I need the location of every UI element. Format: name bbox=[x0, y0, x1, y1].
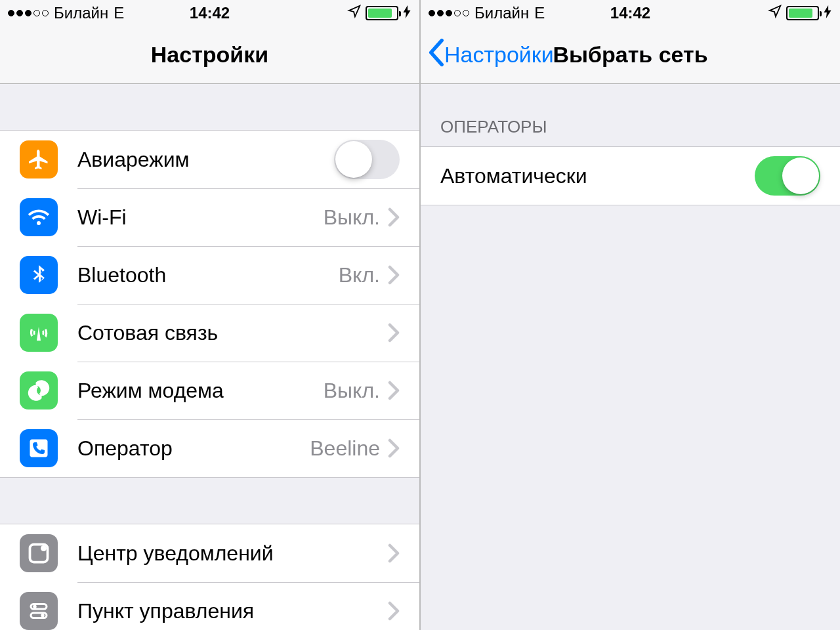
chevron-right-icon bbox=[388, 265, 400, 285]
row-label: Сотовая связь bbox=[77, 321, 388, 345]
carrier-label: Билайн bbox=[54, 4, 108, 22]
charging-icon bbox=[402, 5, 411, 22]
settings-row-hotspot[interactable]: Режим модемаВыкл. bbox=[0, 362, 419, 419]
nav-bar: Настройки Выбрать сеть bbox=[421, 26, 840, 84]
battery-icon bbox=[366, 6, 398, 20]
chevron-right-icon bbox=[388, 207, 400, 227]
row-label: Wi-Fi bbox=[77, 205, 324, 230]
nav-back-label: Настройки bbox=[444, 42, 554, 68]
settings-row-bluetooth[interactable]: BluetoothВкл. bbox=[0, 246, 419, 304]
chevron-right-icon bbox=[388, 438, 400, 458]
status-time: 14:42 bbox=[610, 4, 650, 22]
nav-title: Настройки bbox=[151, 42, 268, 68]
row-label: Оператор bbox=[77, 436, 310, 461]
svg-point-1 bbox=[41, 545, 47, 551]
row-label: Центр уведомлений bbox=[77, 541, 388, 566]
status-bar: Билайн E 14:42 bbox=[0, 0, 419, 26]
status-bar: Билайн E 14:42 bbox=[421, 0, 840, 26]
settings-row-автоматически[interactable]: Автоматически bbox=[421, 147, 840, 205]
row-value: Вкл. bbox=[339, 263, 380, 287]
location-icon bbox=[347, 4, 362, 22]
settings-group-connectivity: АвиарежимWi-FiВыкл.BluetoothВкл.Сотовая … bbox=[0, 130, 419, 478]
row-value: Выкл. bbox=[324, 205, 380, 230]
settings-row-wifi[interactable]: Wi-FiВыкл. bbox=[0, 188, 419, 246]
charging-icon bbox=[823, 5, 832, 22]
settings-screen: Билайн E 14:42 Настройки АвиарежимWi-FiВ… bbox=[0, 0, 421, 630]
settings-row-control[interactable]: Пункт управления bbox=[0, 582, 419, 630]
signal-strength-icon bbox=[8, 10, 49, 16]
status-time: 14:42 bbox=[190, 4, 230, 22]
carrier-label: Билайн bbox=[474, 4, 529, 22]
chevron-right-icon bbox=[388, 543, 400, 563]
chevron-right-icon bbox=[388, 381, 400, 400]
section-header-operators: ОПЕРАТОРЫ bbox=[421, 84, 840, 146]
svg-point-5 bbox=[41, 614, 44, 617]
nav-title: Выбрать сеть bbox=[553, 42, 707, 68]
cellular-icon bbox=[20, 314, 58, 352]
network-indicator: E bbox=[114, 4, 124, 22]
carrier-select-screen: Билайн E 14:42 Настройки Выбра bbox=[421, 0, 840, 630]
settings-row-airplane[interactable]: Авиарежим bbox=[0, 131, 419, 188]
carrier-icon bbox=[20, 429, 58, 467]
svg-point-3 bbox=[33, 605, 36, 608]
chevron-right-icon bbox=[388, 323, 400, 343]
toggle-switch[interactable] bbox=[755, 156, 820, 196]
row-label: Bluetooth bbox=[77, 263, 339, 287]
battery-icon bbox=[786, 6, 819, 20]
notif-icon bbox=[20, 534, 58, 572]
chevron-left-icon bbox=[427, 38, 444, 72]
bluetooth-icon bbox=[20, 256, 58, 294]
row-value: Beeline bbox=[310, 436, 380, 461]
row-label: Пункт управления bbox=[77, 599, 388, 623]
settings-row-carrier[interactable]: ОператорBeeline bbox=[0, 419, 419, 477]
settings-row-notif[interactable]: Центр уведомлений bbox=[0, 524, 419, 582]
row-label: Авиарежим bbox=[77, 148, 334, 172]
nav-bar: Настройки bbox=[0, 26, 419, 84]
airplane-icon bbox=[20, 140, 58, 178]
signal-strength-icon bbox=[429, 10, 469, 16]
row-value: Выкл. bbox=[324, 379, 380, 403]
settings-group-system: Центр уведомленийПункт управления bbox=[0, 524, 419, 630]
control-icon bbox=[20, 592, 58, 630]
nav-back-button[interactable]: Настройки bbox=[427, 38, 554, 72]
network-indicator: E bbox=[534, 4, 545, 22]
settings-row-cellular[interactable]: Сотовая связь bbox=[0, 304, 419, 362]
location-icon bbox=[768, 4, 782, 22]
row-label: Автоматически bbox=[440, 164, 755, 188]
row-label: Режим модема bbox=[77, 379, 324, 403]
toggle-switch[interactable] bbox=[334, 140, 400, 179]
operators-group: Автоматически bbox=[421, 146, 840, 205]
hotspot-icon bbox=[20, 371, 58, 410]
wifi-icon bbox=[20, 198, 58, 236]
chevron-right-icon bbox=[388, 601, 400, 621]
